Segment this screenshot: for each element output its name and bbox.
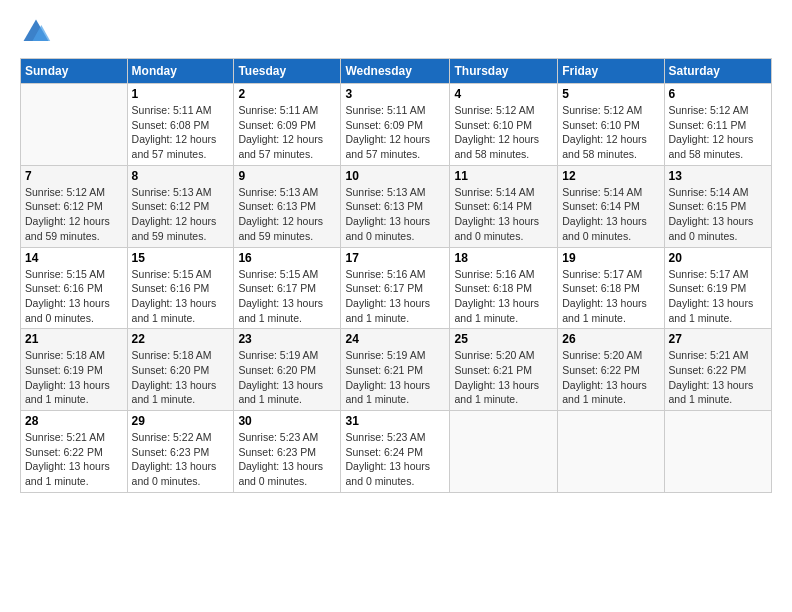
day-number: 18 [454,251,553,265]
weekday-monday: Monday [127,59,234,84]
logo [20,16,56,48]
day-number: 19 [562,251,659,265]
day-info: Sunrise: 5:11 AM Sunset: 6:09 PM Dayligh… [345,103,445,162]
day-info: Sunrise: 5:13 AM Sunset: 6:13 PM Dayligh… [238,185,336,244]
day-number: 6 [669,87,767,101]
calendar-cell: 30Sunrise: 5:23 AM Sunset: 6:23 PM Dayli… [234,411,341,493]
day-info: Sunrise: 5:14 AM Sunset: 6:15 PM Dayligh… [669,185,767,244]
calendar-week-row: 1Sunrise: 5:11 AM Sunset: 6:08 PM Daylig… [21,84,772,166]
day-info: Sunrise: 5:18 AM Sunset: 6:19 PM Dayligh… [25,348,123,407]
calendar-cell: 21Sunrise: 5:18 AM Sunset: 6:19 PM Dayli… [21,329,128,411]
day-info: Sunrise: 5:19 AM Sunset: 6:20 PM Dayligh… [238,348,336,407]
day-info: Sunrise: 5:22 AM Sunset: 6:23 PM Dayligh… [132,430,230,489]
day-number: 23 [238,332,336,346]
day-info: Sunrise: 5:21 AM Sunset: 6:22 PM Dayligh… [25,430,123,489]
calendar-cell: 11Sunrise: 5:14 AM Sunset: 6:14 PM Dayli… [450,165,558,247]
day-number: 22 [132,332,230,346]
day-info: Sunrise: 5:20 AM Sunset: 6:21 PM Dayligh… [454,348,553,407]
day-info: Sunrise: 5:15 AM Sunset: 6:16 PM Dayligh… [25,267,123,326]
calendar-cell: 20Sunrise: 5:17 AM Sunset: 6:19 PM Dayli… [664,247,771,329]
day-number: 4 [454,87,553,101]
calendar-cell: 2Sunrise: 5:11 AM Sunset: 6:09 PM Daylig… [234,84,341,166]
day-number: 13 [669,169,767,183]
day-info: Sunrise: 5:11 AM Sunset: 6:09 PM Dayligh… [238,103,336,162]
weekday-thursday: Thursday [450,59,558,84]
calendar-cell: 12Sunrise: 5:14 AM Sunset: 6:14 PM Dayli… [558,165,664,247]
day-number: 24 [345,332,445,346]
calendar-cell: 13Sunrise: 5:14 AM Sunset: 6:15 PM Dayli… [664,165,771,247]
calendar-cell: 22Sunrise: 5:18 AM Sunset: 6:20 PM Dayli… [127,329,234,411]
day-number: 30 [238,414,336,428]
calendar-week-row: 28Sunrise: 5:21 AM Sunset: 6:22 PM Dayli… [21,411,772,493]
calendar-cell: 25Sunrise: 5:20 AM Sunset: 6:21 PM Dayli… [450,329,558,411]
calendar-cell: 29Sunrise: 5:22 AM Sunset: 6:23 PM Dayli… [127,411,234,493]
calendar-cell: 16Sunrise: 5:15 AM Sunset: 6:17 PM Dayli… [234,247,341,329]
day-info: Sunrise: 5:17 AM Sunset: 6:19 PM Dayligh… [669,267,767,326]
day-info: Sunrise: 5:16 AM Sunset: 6:17 PM Dayligh… [345,267,445,326]
logo-icon [20,16,52,48]
day-info: Sunrise: 5:12 AM Sunset: 6:12 PM Dayligh… [25,185,123,244]
calendar-cell: 15Sunrise: 5:15 AM Sunset: 6:16 PM Dayli… [127,247,234,329]
calendar-cell: 31Sunrise: 5:23 AM Sunset: 6:24 PM Dayli… [341,411,450,493]
calendar-week-row: 14Sunrise: 5:15 AM Sunset: 6:16 PM Dayli… [21,247,772,329]
calendar-week-row: 7Sunrise: 5:12 AM Sunset: 6:12 PM Daylig… [21,165,772,247]
calendar-cell: 27Sunrise: 5:21 AM Sunset: 6:22 PM Dayli… [664,329,771,411]
day-number: 27 [669,332,767,346]
day-info: Sunrise: 5:19 AM Sunset: 6:21 PM Dayligh… [345,348,445,407]
calendar-cell: 4Sunrise: 5:12 AM Sunset: 6:10 PM Daylig… [450,84,558,166]
day-info: Sunrise: 5:17 AM Sunset: 6:18 PM Dayligh… [562,267,659,326]
calendar-cell: 6Sunrise: 5:12 AM Sunset: 6:11 PM Daylig… [664,84,771,166]
day-number: 9 [238,169,336,183]
weekday-header-row: SundayMondayTuesdayWednesdayThursdayFrid… [21,59,772,84]
day-info: Sunrise: 5:20 AM Sunset: 6:22 PM Dayligh… [562,348,659,407]
day-number: 31 [345,414,445,428]
day-info: Sunrise: 5:11 AM Sunset: 6:08 PM Dayligh… [132,103,230,162]
weekday-saturday: Saturday [664,59,771,84]
calendar-cell [558,411,664,493]
day-info: Sunrise: 5:12 AM Sunset: 6:10 PM Dayligh… [562,103,659,162]
day-number: 3 [345,87,445,101]
day-number: 14 [25,251,123,265]
day-number: 2 [238,87,336,101]
day-info: Sunrise: 5:15 AM Sunset: 6:17 PM Dayligh… [238,267,336,326]
day-number: 7 [25,169,123,183]
calendar-cell [664,411,771,493]
calendar-cell: 28Sunrise: 5:21 AM Sunset: 6:22 PM Dayli… [21,411,128,493]
day-info: Sunrise: 5:12 AM Sunset: 6:10 PM Dayligh… [454,103,553,162]
day-number: 21 [25,332,123,346]
day-info: Sunrise: 5:13 AM Sunset: 6:13 PM Dayligh… [345,185,445,244]
calendar-cell: 24Sunrise: 5:19 AM Sunset: 6:21 PM Dayli… [341,329,450,411]
day-info: Sunrise: 5:23 AM Sunset: 6:24 PM Dayligh… [345,430,445,489]
calendar-cell: 10Sunrise: 5:13 AM Sunset: 6:13 PM Dayli… [341,165,450,247]
day-info: Sunrise: 5:14 AM Sunset: 6:14 PM Dayligh… [454,185,553,244]
calendar-cell [21,84,128,166]
header [20,16,772,48]
calendar-cell: 5Sunrise: 5:12 AM Sunset: 6:10 PM Daylig… [558,84,664,166]
calendar-cell: 1Sunrise: 5:11 AM Sunset: 6:08 PM Daylig… [127,84,234,166]
day-number: 8 [132,169,230,183]
day-number: 20 [669,251,767,265]
day-info: Sunrise: 5:16 AM Sunset: 6:18 PM Dayligh… [454,267,553,326]
calendar-table: SundayMondayTuesdayWednesdayThursdayFrid… [20,58,772,493]
day-number: 25 [454,332,553,346]
day-info: Sunrise: 5:12 AM Sunset: 6:11 PM Dayligh… [669,103,767,162]
calendar-cell: 14Sunrise: 5:15 AM Sunset: 6:16 PM Dayli… [21,247,128,329]
weekday-friday: Friday [558,59,664,84]
day-number: 15 [132,251,230,265]
day-number: 12 [562,169,659,183]
calendar-week-row: 21Sunrise: 5:18 AM Sunset: 6:19 PM Dayli… [21,329,772,411]
calendar-cell: 26Sunrise: 5:20 AM Sunset: 6:22 PM Dayli… [558,329,664,411]
calendar-cell: 7Sunrise: 5:12 AM Sunset: 6:12 PM Daylig… [21,165,128,247]
day-number: 10 [345,169,445,183]
day-info: Sunrise: 5:14 AM Sunset: 6:14 PM Dayligh… [562,185,659,244]
weekday-tuesday: Tuesday [234,59,341,84]
calendar-cell [450,411,558,493]
calendar-cell: 8Sunrise: 5:13 AM Sunset: 6:12 PM Daylig… [127,165,234,247]
day-info: Sunrise: 5:23 AM Sunset: 6:23 PM Dayligh… [238,430,336,489]
weekday-wednesday: Wednesday [341,59,450,84]
calendar-cell: 19Sunrise: 5:17 AM Sunset: 6:18 PM Dayli… [558,247,664,329]
calendar-cell: 23Sunrise: 5:19 AM Sunset: 6:20 PM Dayli… [234,329,341,411]
day-info: Sunrise: 5:18 AM Sunset: 6:20 PM Dayligh… [132,348,230,407]
day-number: 11 [454,169,553,183]
day-number: 17 [345,251,445,265]
